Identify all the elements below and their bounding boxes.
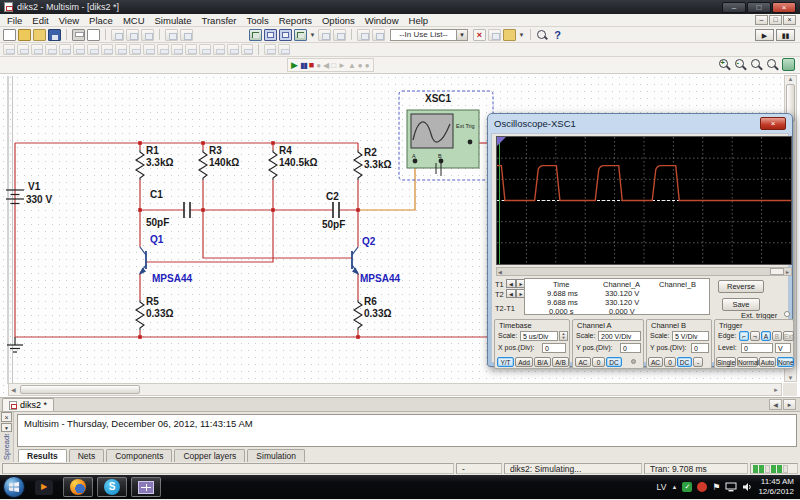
trigger-unit-select[interactable]: V xyxy=(775,343,791,353)
graph-view-icon[interactable] xyxy=(294,29,307,41)
tab-copper-layers[interactable]: Copper layers xyxy=(174,449,245,462)
zoom-fit-icon[interactable] xyxy=(766,58,779,71)
mcu-parts-icon[interactable] xyxy=(241,44,253,55)
tab-simulation[interactable]: Simulation xyxy=(247,449,305,462)
pause-simulation-button[interactable]: ▮▮ xyxy=(300,61,307,70)
resistor-r3[interactable]: R3 140kΩ xyxy=(199,145,239,180)
scroll-up-icon[interactable]: ▲ xyxy=(788,76,794,82)
timebase-xpos-value[interactable]: 0 xyxy=(542,343,566,353)
menu-help[interactable]: Help xyxy=(404,15,434,26)
sim-run-to-cursor-icon[interactable]: ▲ xyxy=(348,61,356,70)
ground-symbol[interactable] xyxy=(7,337,23,352)
sim-breakpoint-icon[interactable]: ● xyxy=(358,61,363,70)
scope-scroll-thumb[interactable] xyxy=(770,268,784,275)
falling-edge-icon[interactable]: ¬ xyxy=(750,331,760,341)
trigger-b-button[interactable]: B xyxy=(772,331,782,341)
capacitor-c1[interactable]: C1 50pF xyxy=(146,189,190,228)
power-parts-icon[interactable] xyxy=(143,44,155,55)
menu-place[interactable]: Place xyxy=(84,15,118,26)
graph-caret-icon[interactable]: ▼ xyxy=(309,29,316,41)
tray-expand-icon[interactable]: ▲ xyxy=(671,484,677,490)
t1-left-button[interactable]: ◀ xyxy=(506,279,516,288)
back-annotate-icon[interactable] xyxy=(333,29,346,41)
forward-annotate-icon[interactable] xyxy=(357,29,370,41)
electromech-parts-icon[interactable] xyxy=(199,44,211,55)
menu-window[interactable]: Window xyxy=(360,15,404,26)
open-file-icon[interactable] xyxy=(18,29,31,41)
oscilloscope-title-bar[interactable]: Oscilloscope-XSC1 × xyxy=(488,114,792,133)
sim-remove-breakpoint-icon[interactable]: ● xyxy=(365,61,370,70)
menu-tools[interactable]: Tools xyxy=(242,15,274,26)
taskbar-media-player[interactable]: ▶ xyxy=(29,477,59,497)
print-preview-icon[interactable] xyxy=(87,29,100,41)
start-button[interactable] xyxy=(3,476,25,498)
save-button[interactable]: Save xyxy=(722,298,760,311)
trigger-ext-button[interactable]: Ext xyxy=(783,331,794,341)
rf-parts-icon[interactable] xyxy=(185,44,197,55)
taskbar-multisim[interactable] xyxy=(131,477,161,497)
help-icon[interactable]: ? xyxy=(551,29,564,41)
ext-trigger-radio[interactable] xyxy=(784,311,790,317)
sheet-tab-diks2[interactable]: diks2 * xyxy=(2,398,54,411)
indicator-parts-icon[interactable] xyxy=(129,44,141,55)
tab-results[interactable]: Results xyxy=(18,449,67,462)
channel-b-minus-button[interactable]: - xyxy=(693,357,703,367)
tab-nets[interactable]: Nets xyxy=(69,449,104,462)
pause-toggle-button[interactable]: ▮▮ xyxy=(776,29,795,41)
tab-scroll-left-icon[interactable]: ◀ xyxy=(769,399,782,410)
ba-button[interactable]: B/A xyxy=(534,357,551,367)
t2-left-button[interactable]: ◀ xyxy=(506,289,516,298)
menu-options[interactable]: Options xyxy=(317,15,360,26)
run-toggle-button[interactable]: ▶ xyxy=(755,29,774,41)
taskbar-firefox[interactable] xyxy=(63,477,93,497)
channel-a-dc-button[interactable]: DC xyxy=(606,357,622,367)
menu-transfer[interactable]: Transfer xyxy=(196,15,241,26)
sim-step-over-icon[interactable]: □ xyxy=(331,61,336,70)
digital-parts-icon[interactable] xyxy=(101,44,113,55)
tab-components[interactable]: Components xyxy=(106,449,172,462)
resistor-r2[interactable]: R2 3.3kΩ xyxy=(354,147,391,180)
taskbar-skype[interactable]: S xyxy=(97,477,127,497)
analog-parts-icon[interactable] xyxy=(59,44,71,55)
trigger-auto-button[interactable]: Auto xyxy=(759,357,776,367)
menu-edit[interactable]: Edit xyxy=(27,15,53,26)
stop-simulation-button[interactable]: ■ xyxy=(309,60,314,70)
resistor-r1[interactable]: R1 3.3kΩ xyxy=(136,145,173,180)
language-indicator[interactable]: LV xyxy=(657,482,667,492)
trigger-normal-button[interactable]: Normal xyxy=(737,357,758,367)
reverse-button[interactable]: Reverse xyxy=(718,280,764,293)
ultiboard-icon[interactable] xyxy=(372,29,385,41)
ttl-parts-icon[interactable] xyxy=(73,44,85,55)
zoom-area-icon[interactable] xyxy=(750,58,763,71)
open-sample-icon[interactable] xyxy=(33,29,46,41)
close-button[interactable]: × xyxy=(772,2,796,13)
database-manager-icon[interactable] xyxy=(279,29,292,41)
undo-icon[interactable] xyxy=(165,29,178,41)
yt-button[interactable]: Y/T xyxy=(497,357,514,367)
mdi-minimize-button[interactable]: – xyxy=(755,15,768,25)
peripherals-parts-icon[interactable] xyxy=(171,44,183,55)
menu-simulate[interactable]: Simulate xyxy=(150,15,197,26)
sim-record-icon[interactable]: ● xyxy=(316,61,321,70)
scope-scroll-left-icon[interactable]: ◀ xyxy=(497,269,503,275)
horizontal-scroll-thumb[interactable] xyxy=(20,385,140,394)
cut-icon[interactable] xyxy=(111,29,124,41)
channel-b-dc-button[interactable]: DC xyxy=(677,357,692,367)
misc-parts-icon[interactable] xyxy=(157,44,169,55)
hierarchy-icon[interactable] xyxy=(264,44,276,55)
scroll-down-icon[interactable]: ▼ xyxy=(788,375,794,381)
connector-parts-icon[interactable] xyxy=(227,44,239,55)
capture-caret-icon[interactable]: ▼ xyxy=(518,29,525,41)
channel-b-ypos-value[interactable]: 0 xyxy=(691,343,709,353)
sim-step-icon[interactable]: ◀ xyxy=(323,61,329,70)
resistor-r4[interactable]: R4 140.5kΩ xyxy=(269,145,318,180)
run-simulation-button[interactable]: ▶ xyxy=(291,60,298,70)
oscilloscope-display[interactable] xyxy=(496,136,792,265)
new-file-icon[interactable] xyxy=(3,29,16,41)
rising-edge-icon[interactable]: ⌐ xyxy=(739,331,749,341)
fullscreen-icon[interactable] xyxy=(782,58,795,71)
save-icon[interactable] xyxy=(48,29,61,41)
transistor-q1[interactable]: Q1 MPSA44 xyxy=(139,234,192,284)
channel-a-scale-value[interactable]: 200 V/Div xyxy=(598,331,641,341)
ni-parts-icon[interactable] xyxy=(213,44,225,55)
